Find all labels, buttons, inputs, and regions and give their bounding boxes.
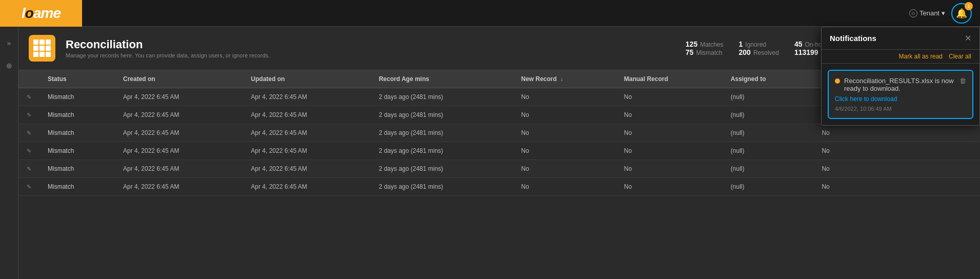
created-on-cell: Apr 4, 2022 6:45 AM: [115, 142, 243, 160]
notification-text: Reconciliation_RESULTS.xlsx is now ready…: [844, 77, 955, 92]
edit-cell[interactable]: ✎: [18, 160, 39, 178]
edit-cell[interactable]: ✎: [18, 142, 39, 160]
notifications-panel: Notifications ✕ Mark all as read Clear a…: [821, 27, 980, 126]
sidebar-toggle-icon[interactable]: »: [3, 37, 15, 49]
notification-item: Reconciliation_RESULTS.xlsx is now ready…: [828, 70, 973, 119]
updated-on-cell: Apr 4, 2022 6:45 AM: [243, 160, 370, 178]
edit-icon[interactable]: ✎: [27, 184, 31, 190]
ignore-reason-cell: [875, 124, 980, 142]
record-age-cell: 2 days ago (2481 mins): [371, 160, 513, 178]
status-cell: Mismatch: [39, 124, 115, 142]
updated-on-cell: Apr 4, 2022 6:45 AM: [243, 142, 370, 160]
grid-icon: [33, 39, 51, 57]
mismatch-label: Mismatch: [696, 49, 722, 56]
record-age-cell: 2 days ago (2481 mins): [371, 142, 513, 160]
edit-cell[interactable]: ✎: [18, 106, 39, 124]
edit-icon[interactable]: ✎: [27, 130, 31, 136]
status-cell: Mismatch: [39, 178, 115, 196]
record-age-cell: 2 days ago (2481 mins): [371, 88, 513, 106]
status-cell: Mismatch: [39, 88, 115, 106]
stat-ignored: 1 Ignored 200 Resolved: [739, 40, 779, 56]
edit-cell[interactable]: ✎: [18, 178, 39, 196]
mismatch-value: 75: [686, 48, 694, 56]
assigned-to-cell: (null): [723, 88, 814, 106]
status-cell: Mismatch: [39, 106, 115, 124]
record-age-cell: 2 days ago (2481 mins): [371, 124, 513, 142]
assigned-to-cell: (null): [723, 178, 814, 196]
col-assigned-to: Assigned to: [723, 70, 814, 88]
edit-icon[interactable]: ✎: [27, 94, 31, 100]
edit-icon[interactable]: ✎: [27, 148, 31, 154]
leftorphan-value: 113199: [794, 48, 818, 56]
bell-badge: 1: [965, 2, 973, 10]
table-row: ✎ Mismatch Apr 4, 2022 6:45 AM Apr 4, 20…: [18, 178, 980, 196]
new-record-cell: No: [513, 106, 615, 124]
logo-area: loame: [0, 0, 82, 27]
notifications-title: Notifications: [830, 34, 876, 43]
record-age-cell: 2 days ago (2481 mins): [371, 178, 513, 196]
assigned-to-cell: (null): [723, 160, 814, 178]
notifications-bell-button[interactable]: 🔔 1: [951, 3, 972, 24]
col-manual-record: Manual Record: [616, 70, 723, 88]
chevron-down-icon: [942, 9, 945, 17]
notifications-header: Notifications ✕: [822, 27, 979, 50]
assigned-to-cell: (null): [723, 106, 814, 124]
manual-record-cell: No: [616, 142, 723, 160]
resolved-value: 200: [739, 48, 751, 56]
ignored-value: 1: [739, 40, 743, 48]
manual-record-cell: No: [616, 106, 723, 124]
ignore-reason-cell: [875, 160, 980, 178]
new-record-cell: No: [513, 142, 615, 160]
updated-on-cell: Apr 4, 2022 6:45 AM: [243, 106, 370, 124]
page-icon: [29, 35, 55, 62]
new-record-cell: No: [513, 178, 615, 196]
created-on-cell: Apr 4, 2022 6:45 AM: [115, 178, 243, 196]
edit-icon[interactable]: ✎: [27, 166, 31, 172]
manual-record-cell: No: [616, 88, 723, 106]
col-status: Status: [39, 70, 115, 88]
sidebar: » ⊕: [0, 27, 18, 279]
notifications-close-button[interactable]: ✕: [965, 33, 971, 43]
created-on-cell: Apr 4, 2022 6:45 AM: [115, 88, 243, 106]
assigned-to-cell: (null): [723, 124, 814, 142]
ignore-cell: No: [813, 160, 875, 178]
ignore-cell: No: [813, 142, 875, 160]
sort-arrow-icon: ↓: [561, 76, 563, 82]
notification-download-link[interactable]: Click here to download: [835, 95, 966, 103]
page-title-area: Reconciliation Manage your records here.…: [66, 38, 270, 58]
notification-timestamp: 4/6/2022, 10:06:49 AM: [835, 106, 966, 112]
top-nav: loame ⊙ Tenant 🔔 1: [0, 0, 980, 27]
table-row: ✎ Mismatch Apr 4, 2022 6:45 AM Apr 4, 20…: [18, 124, 980, 142]
mark-all-read-link[interactable]: Mark all as read: [899, 53, 943, 60]
tenant-icon: ⊙: [909, 9, 917, 17]
new-record-cell: No: [513, 160, 615, 178]
stat-matches: 125 Matches 75 Mismatch: [686, 40, 724, 56]
created-on-cell: Apr 4, 2022 6:45 AM: [115, 160, 243, 178]
clear-all-link[interactable]: Clear all: [949, 53, 971, 60]
updated-on-cell: Apr 4, 2022 6:45 AM: [243, 88, 370, 106]
page-subtitle: Manage your records here. You can provid…: [66, 52, 270, 58]
tenant-button[interactable]: ⊙ Tenant: [909, 9, 945, 17]
ignore-cell: No: [813, 178, 875, 196]
onhold-value: 45: [794, 40, 803, 48]
matches-value: 125: [686, 40, 697, 48]
col-new-record[interactable]: New Record ↓: [513, 70, 615, 88]
record-age-cell: 2 days ago (2481 mins): [371, 106, 513, 124]
edit-cell[interactable]: ✎: [18, 124, 39, 142]
status-cell: Mismatch: [39, 142, 115, 160]
sidebar-add-icon[interactable]: ⊕: [3, 59, 15, 72]
logo: loame: [22, 5, 61, 22]
matches-label: Matches: [700, 41, 723, 48]
page-title: Reconciliation: [66, 38, 270, 51]
ignore-cell: No: [813, 124, 875, 142]
delete-notification-button[interactable]: 🗑: [959, 77, 966, 85]
edit-icon[interactable]: ✎: [27, 112, 31, 118]
edit-cell[interactable]: ✎: [18, 88, 39, 106]
updated-on-cell: Apr 4, 2022 6:45 AM: [243, 178, 370, 196]
ignore-reason-cell: [875, 178, 980, 196]
unread-dot: [835, 78, 840, 84]
ignore-reason-cell: [875, 142, 980, 160]
col-updated-on: Updated on: [243, 70, 370, 88]
col-record-age: Record Age mins: [371, 70, 513, 88]
col-created-on: Created on: [115, 70, 243, 88]
